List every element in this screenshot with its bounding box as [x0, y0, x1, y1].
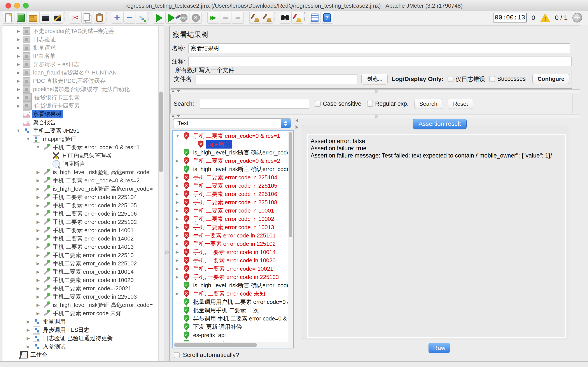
tree-item[interactable]: 聚合报告 [2, 118, 159, 126]
clear-all-button[interactable] [262, 12, 273, 24]
collapse-up-icon[interactable] [171, 90, 175, 92]
templates-button[interactable] [15, 12, 27, 24]
tree-vertical-scrollbar[interactable] [158, 26, 164, 361]
result-item[interactable]: ▶ ✕ 手机 二要素 error code in 225106 [173, 190, 288, 198]
expander-icon[interactable]: ▼ [14, 128, 23, 133]
result-item[interactable]: ▶ ✕ 手机, 一要素 error code in 225103 [173, 273, 288, 281]
tree-item[interactable]: ▶ IP白名单 [2, 52, 159, 60]
result-item[interactable]: ✓ 批量调用用户机 二要素 error code=0 & re [173, 298, 288, 306]
start-button[interactable] [153, 12, 165, 24]
expander-icon[interactable]: ▶ [176, 233, 183, 238]
configure-button[interactable]: Configure [532, 74, 569, 84]
tree-item[interactable]: ▶ 手机 二要素 error code in 14013 [2, 243, 159, 251]
search-input[interactable] [200, 99, 309, 108]
result-item[interactable]: ✓ is_high_level_risk断言 确认error_code= [173, 165, 288, 173]
expander-icon[interactable]: ▶ [14, 95, 23, 100]
tree-item[interactable]: ▶ 手机 二要素 error code in 225104 [2, 193, 159, 201]
expander-icon[interactable]: ▶ [14, 29, 23, 34]
tree-item[interactable]: ▼ 手机二要素 JH251 [2, 126, 159, 135]
expander-icon[interactable]: ▶ [34, 211, 43, 216]
tree-item[interactable]: ▶ 手机 二要素 error code in 14002 [2, 234, 159, 243]
assertion-result-tab[interactable]: Assertion result [413, 119, 467, 129]
stop-button[interactable]: STOP [178, 12, 190, 24]
expander-icon[interactable]: ▼ [24, 136, 33, 141]
tree-item[interactable]: ▶ 手机 二要素 error_code=0 & res=2 [2, 176, 159, 184]
collapse-down-icon[interactable] [177, 90, 180, 92]
expander-icon[interactable]: ▶ [14, 78, 23, 83]
expander-icon[interactable]: ▶ [14, 37, 23, 42]
collapse-right-icon[interactable] [295, 125, 298, 129]
toggle-button[interactable]: ↘ [136, 12, 147, 24]
open-file-button[interactable] [27, 12, 39, 24]
successes-checkbox[interactable] [489, 76, 495, 82]
expander-icon[interactable]: ▶ [176, 192, 183, 196]
result-item[interactable]: ✓ 批量调用手机 二要素 一次 [173, 306, 288, 314]
tree-item[interactable]: ▶ 信贷银行卡三要素 [2, 93, 159, 101]
remote-start-all-button[interactable]: ▶▶ [207, 12, 219, 24]
result-item[interactable]: ▼ ✕ 手机 二要素 error_code=0 & res=1 [173, 132, 288, 140]
expander-icon[interactable]: ▶ [34, 302, 43, 308]
tree-item[interactable]: ▶ 手机 二要素 error code in 225105 [2, 201, 159, 209]
results-vertical-scrollbar[interactable] [288, 131, 293, 348]
results-horizontal-scrollbar[interactable] [173, 342, 288, 348]
tree-item[interactable]: ▶ 手机二要素 error_code in 22510 [2, 251, 159, 259]
case-sensitive-checkbox[interactable] [315, 101, 321, 107]
name-input[interactable] [188, 43, 570, 53]
expander-icon[interactable]: ▶ [24, 344, 33, 349]
start-no-timers-button[interactable] [165, 12, 177, 24]
result-item[interactable]: ✕ 响应断言 [173, 140, 288, 148]
tree-item[interactable]: ▶ 手机 二要素 error code in 14001 [2, 226, 159, 234]
result-item[interactable]: ✓ es-main_api [173, 339, 288, 342]
results-vscroll-thumb[interactable] [289, 132, 292, 237]
expander-icon[interactable]: ▶ [34, 244, 43, 250]
expander-icon[interactable]: ▶ [14, 103, 23, 108]
expander-icon[interactable]: ▶ [34, 178, 43, 183]
expander-icon[interactable]: ▶ [24, 319, 33, 324]
raw-button[interactable]: Raw [429, 343, 450, 353]
expander-icon[interactable]: ▶ [176, 200, 183, 205]
result-item[interactable]: ▶ ✕ 手机 二要素 error code in 225105 [173, 182, 288, 190]
tree-item[interactable]: ▶ 日志验证 [2, 35, 159, 43]
result-item[interactable]: ▶ ✕ 手机一要素 error code in 225101 [173, 231, 288, 240]
result-item[interactable]: ▶ ✕ 手机一要素 error code in 225102 [173, 240, 288, 248]
result-item[interactable]: ▶ ✕ 手机, 一要素 error code in 10014 [173, 248, 288, 256]
result-item[interactable]: ▶ ✕ 手机 二要素 error code in 225104 [173, 173, 288, 182]
expander-icon[interactable]: ▶ [14, 45, 23, 50]
result-item[interactable]: ✓ is_high_level_risk断言 确认error_code= [173, 148, 288, 157]
result-item[interactable]: ▶ ✕ 手机, 一要素 error code=-10021 [173, 265, 288, 273]
expander-icon[interactable]: ▶ [24, 327, 33, 333]
result-item[interactable]: ▶ ✕ 手机 二要素 error_code=0 & res=2 [173, 157, 288, 165]
tree-item[interactable]: ▶ PDC 直接走PDC,不经过缓存 [2, 77, 159, 85]
comment-input[interactable] [188, 57, 571, 66]
expander-icon[interactable]: ▶ [34, 269, 43, 274]
expander-icon[interactable]: ▶ [14, 53, 23, 58]
function-helper-button[interactable] [309, 12, 321, 24]
tree-item[interactable]: ▶ pipeline增加是否读取缓存_无法自动化 [2, 85, 159, 93]
tree-item[interactable]: ▼ 手机 二要素 error_code=0 & res=1 [2, 143, 159, 151]
expander-icon[interactable]: ▶ [176, 291, 183, 296]
tree-item[interactable]: ▶ 手机 二要素 error code in 225102 [2, 218, 159, 226]
expander-icon[interactable]: ▶ [34, 286, 43, 291]
tree-item[interactable]: ▶ 批量调用 [2, 317, 159, 326]
expander-icon[interactable]: ▶ [34, 203, 43, 208]
tree-item[interactable]: ▶ is_high_level_risk验证 高危error_code [2, 168, 159, 176]
shutdown-button[interactable]: ✕ [190, 12, 202, 24]
tree-item[interactable]: ▶ 批量请求 [2, 43, 159, 52]
result-item[interactable]: ✓ 下发 更新 调用补偿 [173, 323, 288, 331]
expander-icon[interactable]: ▼ [176, 134, 183, 138]
expander-icon[interactable]: ▶ [176, 275, 183, 279]
reset-button[interactable]: Reset [448, 99, 473, 109]
pane-collapse-arrows[interactable] [295, 119, 298, 129]
expander-icon[interactable]: ▶ [176, 266, 183, 271]
splitter-knob[interactable] [375, 90, 378, 93]
clear-button[interactable] [249, 12, 261, 24]
tree-item[interactable]: 工作台 [2, 350, 159, 359]
browse-button[interactable]: 浏览... [361, 74, 388, 84]
result-item[interactable]: ▶ ✕ 手机, 一要素 error code in 10020 [173, 256, 288, 265]
scroll-automatically-checkbox[interactable] [174, 352, 180, 358]
expander-icon[interactable]: ▶ [34, 294, 43, 299]
collapse-left-icon[interactable] [295, 119, 298, 123]
errors-only-checkbox[interactable] [448, 76, 453, 82]
result-item[interactable]: ▶ ✕ 手机 二要素 error code in 10013 [173, 223, 288, 231]
filename-input[interactable] [196, 74, 357, 84]
